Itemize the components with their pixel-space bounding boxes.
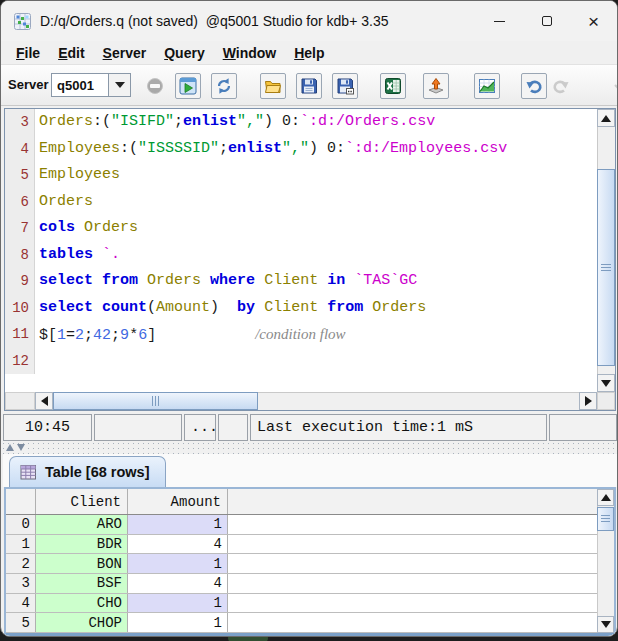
table-row[interactable]: 0ARO1	[6, 515, 597, 535]
server-combo-arrow[interactable]	[109, 73, 131, 97]
header-filler	[228, 489, 597, 514]
table-row[interactable]: 2BON1	[6, 554, 597, 574]
execute-button[interactable]	[175, 73, 201, 99]
tab-table-results[interactable]: Table [68 rows]	[9, 456, 166, 487]
line-number: 4	[5, 136, 35, 163]
server-combo[interactable]: q5001	[51, 73, 109, 97]
minimize-button[interactable]	[476, 1, 523, 41]
refresh-button[interactable]	[211, 73, 237, 99]
results-table-panel: Client Amount 0ARO11BDR42BON13BSF44CHO15…	[4, 487, 616, 636]
code-line[interactable]: 5Employees	[5, 162, 597, 189]
chart-button[interactable]	[474, 73, 500, 99]
header-amount[interactable]: Amount	[128, 489, 228, 514]
code-editor[interactable]: 3Orders:("ISIFD";enlist",") 0:`:d:/Order…	[4, 108, 616, 411]
amount-cell: 1	[128, 594, 228, 613]
close-icon: ×	[588, 12, 599, 31]
save-as-button[interactable]	[332, 73, 358, 99]
editor-scroll-right-button[interactable]	[579, 392, 597, 410]
header-client[interactable]: Client	[36, 489, 128, 514]
undo-icon	[525, 77, 543, 95]
server-label: Server	[8, 77, 48, 92]
code-text: tables `.	[35, 242, 120, 269]
splitter-collapse-buttons[interactable]	[6, 444, 28, 451]
table-vscroll-thumb[interactable]	[597, 507, 614, 531]
status-empty-1	[94, 414, 182, 441]
close-button[interactable]: ×	[570, 1, 617, 41]
save-as-icon	[336, 77, 354, 95]
refresh-icon	[215, 77, 233, 95]
table-row[interactable]: 5CHOP1	[6, 613, 597, 633]
editor-code[interactable]: 3Orders:("ISIFD";enlist",") 0:`:d:/Order…	[5, 109, 597, 392]
export-excel-button[interactable]	[380, 73, 406, 99]
line-number: 7	[5, 215, 35, 242]
status-time: 10:45	[3, 414, 92, 441]
editor-vscroll-thumb[interactable]	[597, 169, 615, 366]
table-header-row: Client Amount	[6, 489, 597, 515]
arrow-up-icon	[601, 494, 611, 501]
arrow-up-icon	[601, 115, 611, 122]
export-excel-icon	[384, 77, 402, 95]
status-empty-2	[218, 414, 248, 441]
execute-icon	[179, 77, 197, 95]
title-bar[interactable]: D:/q/Orders.q (not saved) @q5001 Studio …	[1, 1, 617, 41]
code-line[interactable]: 8tables `.	[5, 242, 597, 269]
row-index-cell: 5	[6, 613, 36, 632]
open-file-button[interactable]	[260, 73, 286, 99]
minimize-icon	[494, 21, 505, 22]
save-button[interactable]	[296, 73, 322, 99]
client-cell: ARO	[36, 515, 128, 534]
line-number: 3	[5, 109, 35, 136]
menu-bar: File Edit Server Query Window Help	[1, 41, 617, 64]
export-icon	[427, 77, 445, 95]
table-row[interactable]: 1BDR4	[6, 535, 597, 555]
window-title: D:/q/Orders.q (not saved) @q5001 Studio …	[40, 13, 388, 29]
arrow-down-icon	[601, 621, 611, 628]
chart-icon	[478, 77, 496, 95]
code-text	[35, 348, 39, 375]
editor-hscroll-thumb[interactable]	[53, 392, 258, 410]
splitter-divider[interactable]	[3, 443, 617, 454]
status-empty-3	[549, 414, 617, 441]
maximize-button[interactable]	[523, 1, 570, 41]
menu-help[interactable]: Help	[285, 44, 333, 62]
menu-window[interactable]: Window	[214, 44, 286, 62]
table-row[interactable]: 3BSF4	[6, 574, 597, 594]
stop-icon	[146, 77, 164, 95]
arrow-right-icon	[585, 396, 592, 406]
client-cell: CHO	[36, 594, 128, 613]
filler-cell	[228, 554, 597, 573]
menu-query[interactable]: Query	[155, 44, 213, 62]
menu-server[interactable]: Server	[94, 44, 156, 62]
editor-scroll-left-button[interactable]	[35, 392, 53, 410]
code-text: cols Orders	[35, 215, 138, 242]
open-file-icon	[264, 77, 282, 95]
code-text: select count(Amount) by Client from Orde…	[35, 295, 426, 322]
code-line[interactable]: 12	[5, 348, 597, 375]
line-number: 11	[5, 321, 35, 348]
code-line[interactable]: 9select from Orders where Client in `TAS…	[5, 268, 597, 295]
redo-button	[548, 73, 574, 99]
export-button[interactable]	[423, 73, 449, 99]
arrow-left-icon	[41, 396, 48, 406]
amount-cell: 4	[128, 535, 228, 554]
code-line[interactable]: 6Orders	[5, 189, 597, 216]
editor-scroll-corner-right	[597, 392, 615, 410]
code-line[interactable]: 11$[1=2;42;9*6] /condition flow	[5, 321, 597, 348]
code-line[interactable]: 10select count(Amount) by Client from Or…	[5, 295, 597, 322]
line-number: 9	[5, 268, 35, 295]
header-row-index[interactable]	[6, 489, 36, 514]
amount-cell: 1	[128, 515, 228, 534]
code-line[interactable]: 4Employees:("ISSSSID";enlist",") 0:`:d:/…	[5, 136, 597, 163]
code-line[interactable]: 7cols Orders	[5, 215, 597, 242]
menu-file[interactable]: File	[7, 44, 49, 62]
line-number: 8	[5, 242, 35, 269]
table-row[interactable]: 4CHO1	[6, 594, 597, 614]
menu-edit[interactable]: Edit	[49, 44, 93, 62]
editor-scroll-up-button[interactable]	[597, 109, 615, 127]
undo-button[interactable]	[521, 73, 547, 99]
editor-scroll-down-button[interactable]	[597, 374, 615, 392]
row-index-cell: 1	[6, 535, 36, 554]
table-scroll-down-button[interactable]	[597, 616, 614, 633]
table-scroll-up-button[interactable]	[597, 489, 614, 506]
code-line[interactable]: 3Orders:("ISIFD";enlist",") 0:`:d:/Order…	[5, 109, 597, 136]
